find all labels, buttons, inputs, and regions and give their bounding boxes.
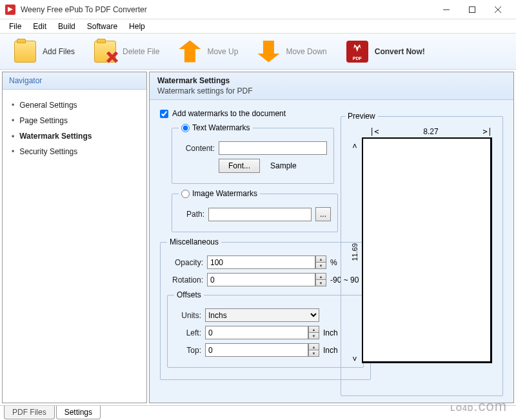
panel-subtitle: Watermark settings for PDF — [157, 86, 506, 95]
window-title: Weeny Free ePub To PDF Converter — [21, 5, 433, 14]
left-up-icon[interactable]: ▲ — [309, 326, 319, 333]
content-panel: Watermark Settings Watermark settings fo… — [149, 72, 514, 403]
folder-delete-icon — [94, 41, 116, 63]
sidebar-item-page-settings[interactable]: Page Settings — [8, 113, 141, 128]
add-watermarks-label: Add watermarks to the document — [172, 109, 286, 118]
top-down-icon[interactable]: ▼ — [309, 350, 319, 356]
content-header: Watermark Settings Watermark settings fo… — [150, 72, 513, 100]
rotation-label: Rotation: — [167, 275, 203, 285]
preview-height: 11.69 — [351, 243, 359, 261]
bottom-tabs: PDF Files Settings — [0, 405, 516, 419]
svg-rect-1 — [470, 6, 475, 12]
sidebar-item-watermark-settings[interactable]: Watermark Settings — [8, 128, 141, 144]
rotation-down-icon[interactable]: ▼ — [316, 280, 326, 286]
sample-label: Sample — [270, 161, 297, 170]
ruler-bottom-mark-icon: > — [350, 356, 359, 361]
left-input[interactable] — [205, 326, 308, 339]
left-label: Left: — [174, 328, 201, 337]
panel-title: Watermark Settings — [157, 76, 506, 85]
ruler-top-mark-icon: < — [350, 143, 359, 148]
pdf-icon — [346, 41, 368, 63]
top-up-icon[interactable]: ▲ — [309, 344, 319, 350]
browse-button[interactable]: ... — [315, 207, 331, 221]
units-label: Units: — [174, 311, 201, 320]
content-input[interactable] — [219, 141, 327, 155]
move-up-button[interactable]: Move Up — [171, 38, 246, 65]
menu-build[interactable]: Build — [53, 21, 81, 32]
left-down-icon[interactable]: ▼ — [309, 333, 319, 339]
minimize-button[interactable] — [433, 0, 459, 19]
content-label: Content: — [179, 144, 215, 153]
left-spinner[interactable]: ▲▼ — [205, 326, 319, 339]
preview-label: Preview — [345, 112, 378, 121]
main-area: Navigator General Settings Page Settings… — [0, 70, 516, 405]
image-watermarks-label: Image Watermarks — [192, 189, 257, 198]
arrow-up-icon — [179, 41, 201, 63]
toolbar: Add Files Delete File Move Up Move Down … — [0, 34, 516, 70]
opacity-spinner[interactable]: ▲▼ — [207, 255, 326, 269]
opacity-input[interactable] — [207, 255, 315, 269]
image-watermarks-radio[interactable] — [181, 190, 190, 198]
title-bar: Weeny Free ePub To PDF Converter — [0, 0, 516, 19]
move-down-button[interactable]: Move Down — [250, 38, 334, 65]
text-watermarks-group: Text Watermarks Content: Font... Sample — [172, 123, 334, 184]
preview-width: 8.27 — [423, 127, 438, 136]
top-input[interactable] — [205, 343, 308, 357]
tab-settings[interactable]: Settings — [56, 406, 101, 419]
preview-ruler-left: < 11.69 > — [348, 141, 362, 363]
menu-help[interactable]: Help — [124, 21, 150, 32]
opacity-label: Opacity: — [167, 258, 203, 267]
rotation-up-icon[interactable]: ▲ — [316, 274, 326, 280]
navigator-title: Navigator — [3, 72, 146, 90]
offsets-label: Offsets — [174, 290, 204, 299]
miscellaneous-group: Miscellaneous Opacity: ▲▼ % Rotation: — [160, 237, 371, 380]
menu-software[interactable]: Software — [82, 21, 123, 32]
text-watermarks-label: Text Watermarks — [192, 123, 250, 132]
top-label: Top: — [174, 346, 201, 355]
arrow-down-icon — [257, 41, 279, 63]
text-watermarks-radio[interactable] — [181, 124, 190, 132]
preview-ruler-top: |< 8.27 >| — [370, 127, 492, 136]
folder-open-icon — [14, 41, 36, 63]
app-icon — [5, 5, 15, 15]
offsets-group: Offsets Units: Inchs Left: ▲▼ — [167, 290, 364, 368]
ruler-right-mark-icon: >| — [483, 127, 492, 136]
rotation-input[interactable] — [207, 273, 315, 286]
preview-group: Preview |< 8.27 >| < 11.69 > — [341, 112, 503, 396]
maximize-button[interactable] — [459, 0, 485, 19]
convert-now-button[interactable]: Convert Now! — [339, 38, 433, 65]
add-watermarks-checkbox[interactable] — [160, 110, 168, 118]
units-select[interactable]: Inchs — [205, 308, 319, 322]
path-input[interactable] — [208, 208, 312, 221]
add-files-button[interactable]: Add Files — [6, 38, 83, 65]
top-spinner[interactable]: ▲▼ — [205, 343, 319, 357]
sidebar-item-security-settings[interactable]: Security Settings — [8, 144, 141, 159]
tab-pdf-files[interactable]: PDF Files — [4, 406, 55, 419]
menu-file[interactable]: File — [4, 21, 26, 32]
font-button[interactable]: Font... — [219, 159, 260, 173]
close-button[interactable] — [485, 0, 511, 19]
delete-file-button[interactable]: Delete File — [86, 38, 167, 65]
image-watermarks-group: Image Watermarks Path: ... — [172, 189, 338, 232]
ruler-left-mark-icon: |< — [370, 127, 379, 136]
menu-bar: File Edit Build Software Help — [0, 19, 516, 34]
opacity-down-icon[interactable]: ▼ — [316, 263, 326, 268]
sidebar-item-general-settings[interactable]: General Settings — [8, 97, 141, 113]
navigator-sidebar: Navigator General Settings Page Settings… — [2, 72, 147, 403]
opacity-up-icon[interactable]: ▲ — [316, 256, 326, 263]
miscellaneous-label: Miscellaneous — [167, 237, 221, 246]
rotation-spinner[interactable]: ▲▼ — [207, 273, 326, 286]
preview-page — [362, 137, 492, 363]
path-label: Path: — [179, 210, 204, 219]
menu-edit[interactable]: Edit — [28, 21, 52, 32]
